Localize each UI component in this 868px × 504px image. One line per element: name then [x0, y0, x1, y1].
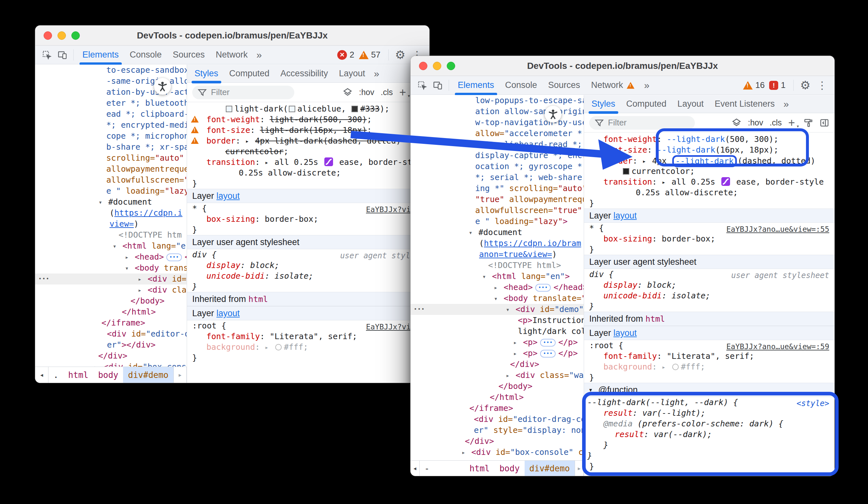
row-options-icon[interactable]: [39, 273, 50, 284]
tree-caret-icon[interactable]: ▾: [589, 387, 598, 393]
toggle-hover-state[interactable]: :hov: [748, 118, 763, 127]
style-declaration-line[interactable]: }: [187, 352, 429, 363]
dom-tree-line[interactable]: ▾<body translate=": [411, 293, 584, 304]
style-declaration-line[interactable]: unicode-bidi: isolate;: [584, 290, 834, 301]
dom-tree-line[interactable]: (https://cdpn.i: [35, 208, 187, 219]
dom-tree-line[interactable]: allowfullscreen=": [35, 174, 187, 185]
style-declaration-line[interactable]: }: [187, 224, 429, 235]
breadcrumb-scroll-left-icon[interactable]: ◂: [411, 461, 420, 476]
dom-tree-line[interactable]: anon=true&view=): [411, 249, 584, 260]
more-tabs-icon[interactable]: »: [371, 65, 382, 82]
dom-tree-line[interactable]: ▸<head></h: [35, 252, 187, 262]
issues-icon[interactable]: [769, 81, 778, 90]
dom-tree-line[interactable]: ▸<div id="box-conso: [35, 361, 187, 366]
style-declaration-line[interactable]: }: [584, 450, 834, 461]
console-warnings-icon[interactable]: [359, 51, 369, 59]
tree-caret-icon[interactable]: ▸: [513, 337, 523, 348]
tree-caret-icon[interactable]: ▸: [662, 177, 672, 188]
style-declaration-line[interactable]: light-dark(aliceblue, #333);: [187, 103, 429, 114]
style-declaration-line[interactable]: :root {EaYBJJx?ano…ue&view=:59: [584, 340, 834, 351]
style-declaration-line[interactable]: transition: ▸all 0.25s ease, border-styl…: [187, 157, 429, 168]
tree-caret-icon[interactable]: ▾: [99, 196, 108, 208]
color-swatch[interactable]: [226, 106, 232, 112]
tab-console[interactable]: Console: [500, 76, 543, 94]
style-declaration-line[interactable]: result: var(--light);: [584, 408, 834, 418]
dom-tree-line[interactable]: ▸<div clas: [35, 284, 187, 295]
filter-input[interactable]: Filter: [192, 86, 294, 99]
styles-section-header[interactable]: Layer layout: [187, 189, 429, 203]
style-declaration-line[interactable]: @media (prefers-color-scheme: dark) {: [584, 418, 834, 429]
error-count[interactable]: 2: [350, 50, 354, 60]
tree-caret-icon[interactable]: ▾: [482, 271, 492, 282]
styles-section-header[interactable]: Layer layout: [584, 209, 834, 223]
styles-section-header[interactable]: Layer layout: [187, 306, 429, 320]
dom-tree-line[interactable]: er" style="display: non: [411, 425, 584, 436]
dom-tree-line[interactable]: ▸<p></p>: [411, 337, 584, 348]
tab-network[interactable]: Network: [210, 46, 253, 64]
tab-elements[interactable]: Elements: [77, 46, 124, 64]
styles-section-header[interactable]: Layer user agent stylesheet: [187, 235, 429, 249]
breadcrumb-item[interactable]: body: [495, 461, 525, 476]
dom-tree-line[interactable]: <!DOCTYPE html>: [411, 260, 584, 271]
breadcrumb-item[interactable]: div#demo: [123, 367, 173, 383]
tree-caret-icon[interactable]: ▸: [662, 362, 672, 372]
close-button[interactable]: [44, 31, 52, 40]
tab-layout[interactable]: Layout: [333, 65, 371, 82]
color-swatch[interactable]: [351, 106, 358, 112]
tree-caret-icon[interactable]: ▸: [138, 273, 148, 284]
style-declaration-line[interactable]: }: [584, 461, 834, 472]
style-declaration-line[interactable]: :root {EaYBJJx?view=: [187, 320, 429, 331]
style-declaration-line[interactable]: result: var(--dark);: [584, 429, 834, 440]
toggle-class-editor[interactable]: .cls: [769, 118, 782, 127]
more-panels-icon[interactable]: »: [641, 76, 653, 94]
style-declaration-line[interactable]: unicode-bidi: isolate;: [187, 271, 429, 281]
style-declaration-line[interactable]: font-size: light-dark(16px, 18px);: [187, 125, 429, 135]
style-declaration-line[interactable]: background: ▸#fff;: [584, 361, 834, 372]
breadcrumb-item[interactable]: div#demo: [525, 461, 575, 476]
tab-styles[interactable]: Styles: [189, 65, 224, 82]
dom-tree-line[interactable]: </html>: [35, 306, 187, 317]
settings-icon[interactable]: ⚙: [392, 48, 409, 62]
console-warnings-icon[interactable]: [743, 81, 753, 90]
tree-caret-icon[interactable]: ▾: [494, 293, 504, 304]
tree-caret-icon[interactable]: ▾: [125, 262, 135, 273]
dom-tree-line[interactable]: <p>Instruction: [411, 315, 584, 326]
tree-caret-icon[interactable]: ▸: [506, 370, 516, 381]
device-toolbar-icon[interactable]: [431, 79, 444, 92]
dom-tree-line[interactable]: "true" allowpaymentrequ: [411, 194, 584, 205]
toggle-hover-state[interactable]: :hov: [359, 88, 374, 97]
breadcrumb-item[interactable]: html: [465, 461, 495, 476]
inspect-element-icon[interactable]: [40, 49, 53, 61]
dom-tree-line[interactable]: ▸<div id="box-console" cla: [411, 447, 584, 458]
dom-tree-line[interactable]: *; serial *; web-share: [411, 172, 584, 183]
title-bar[interactable]: DevTools - codepen.io/bramus/pen/EaYBJJx: [411, 56, 834, 76]
dom-tree-line[interactable]: allowpaymentreque: [35, 164, 187, 174]
style-declaration-line[interactable]: }: [584, 440, 834, 450]
dom-tree-line[interactable]: ▾#document: [35, 196, 187, 208]
style-declaration-line[interactable]: font-weight: --light-dark(500, 300);: [584, 134, 834, 144]
dom-tree-line[interactable]: *; encrypted-medi: [35, 120, 187, 131]
close-button[interactable]: [419, 62, 427, 70]
title-bar[interactable]: DevTools - codepen.io/bramus/pen/EaYBJJx: [35, 26, 429, 46]
warning-count[interactable]: 16: [755, 80, 765, 90]
more-tabs-icon[interactable]: »: [780, 95, 792, 113]
style-declaration-line[interactable]: 0.25s allow-discrete;: [584, 187, 834, 198]
dom-tree-line[interactable]: <div id="editor-d: [35, 329, 187, 340]
tab-sources[interactable]: Sources: [543, 76, 586, 94]
tree-caret-icon[interactable]: ▸: [265, 342, 275, 353]
element-states-icon[interactable]: [732, 118, 741, 128]
minimize-button[interactable]: [433, 62, 441, 70]
dom-tree-line[interactable]: </iframe>: [411, 403, 584, 414]
dom-tree-line[interactable]: low-popups-to-escape-sa: [411, 95, 584, 106]
settings-icon[interactable]: ⚙: [797, 79, 814, 92]
tab-computed[interactable]: Computed: [621, 95, 672, 113]
zoom-button[interactable]: [447, 62, 455, 70]
tab-sources[interactable]: Sources: [167, 46, 210, 64]
dom-tree-line[interactable]: </div>: [411, 359, 584, 370]
rendering-emulation-icon[interactable]: [803, 118, 813, 128]
style-declaration-line[interactable]: }: [584, 301, 834, 312]
traffic-lights[interactable]: [419, 56, 455, 75]
dom-tree-line[interactable]: ead *; clipboard-: [35, 109, 187, 120]
style-declaration-line[interactable]: font-family: "Literata", serif;: [584, 351, 834, 361]
dom-tree-line[interactable]: </div>: [411, 436, 584, 447]
